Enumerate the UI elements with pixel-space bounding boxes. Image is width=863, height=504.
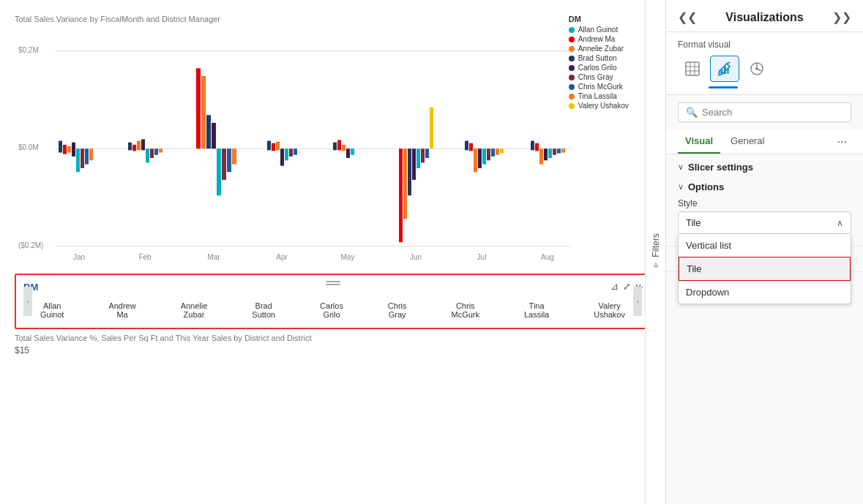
search-box[interactable]: 🔍 bbox=[678, 102, 851, 122]
svg-rect-49 bbox=[430, 108, 433, 149]
legend-label-tina: Tina Lassila bbox=[578, 92, 617, 100]
legend-dot-annelie bbox=[569, 46, 575, 52]
search-input[interactable] bbox=[702, 107, 843, 118]
svg-rect-57 bbox=[496, 148, 499, 155]
format-icon-table[interactable] bbox=[678, 56, 707, 82]
slicer-header: DM ∨ bbox=[23, 281, 642, 293]
slicer-item-carlos[interactable]: CarlosGrilo bbox=[315, 298, 348, 322]
svg-text:Mar: Mar bbox=[207, 252, 220, 260]
slicer-item-valery[interactable]: ValeryUshakov bbox=[589, 298, 629, 322]
svg-rect-27 bbox=[222, 148, 226, 180]
legend-item: Tina Lassila bbox=[569, 92, 629, 100]
legend-item: Valery Ushakov bbox=[569, 102, 629, 110]
svg-rect-66 bbox=[561, 148, 565, 152]
format-icon-analytics[interactable] bbox=[742, 56, 772, 82]
slicer-settings-header[interactable]: ∨ Slicer settings bbox=[666, 154, 863, 177]
svg-rect-28 bbox=[227, 148, 231, 172]
slicer-item-brad[interactable]: BradSutton bbox=[247, 298, 280, 322]
svg-rect-10 bbox=[76, 148, 80, 172]
tab-more-button[interactable]: ··· bbox=[833, 132, 851, 151]
svg-rect-51 bbox=[469, 143, 473, 151]
svg-rect-81 bbox=[721, 69, 723, 74]
format-icon-paint[interactable] bbox=[710, 56, 739, 82]
slicer-settings-title: Slicer settings bbox=[688, 162, 753, 173]
style-dropdown-list: Vertical list Tile Dropdown bbox=[678, 234, 851, 304]
filters-label[interactable]: ▿ Filters bbox=[651, 233, 661, 271]
slicer-item-annelie[interactable]: AnnelieZubar bbox=[176, 298, 212, 322]
style-dropdown-button[interactable]: Tile ∧ bbox=[678, 211, 851, 234]
dropdown-chevron-icon: ∧ bbox=[837, 218, 843, 228]
svg-rect-21 bbox=[159, 148, 162, 152]
svg-text:Jun: Jun bbox=[410, 252, 422, 260]
svg-rect-32 bbox=[276, 142, 280, 151]
filters-strip[interactable]: ▿ Filters bbox=[645, 0, 665, 504]
chevron-right-icon[interactable]: ❯❯ bbox=[832, 10, 851, 24]
svg-rect-24 bbox=[206, 115, 211, 148]
svg-rect-25 bbox=[212, 123, 216, 148]
legend-dot-chrisgray bbox=[569, 75, 575, 80]
slicer-scroll-right[interactable]: › bbox=[633, 287, 642, 316]
chevron-left-icon[interactable]: ❮❮ bbox=[678, 10, 697, 24]
svg-rect-31 bbox=[272, 143, 275, 151]
svg-rect-18 bbox=[146, 148, 149, 162]
svg-rect-16 bbox=[137, 141, 141, 151]
svg-rect-11 bbox=[81, 148, 84, 168]
legend-dot-tina bbox=[569, 94, 575, 99]
svg-text:Jan: Jan bbox=[73, 252, 85, 260]
slicer-box: ⊿ ⤢ ··· DM ∨ ‹ AllanGuinot AndrewMa Anne… bbox=[15, 274, 651, 329]
panel-header: ❮❮ Visualizations ❯❯ bbox=[666, 0, 863, 32]
options-chevron-icon: ∨ bbox=[678, 182, 684, 192]
slicer-item-andrew[interactable]: AndrewMa bbox=[104, 298, 140, 322]
legend-label-annelie: Annelie Zubar bbox=[578, 45, 624, 53]
style-dropdown-value: Tile bbox=[686, 217, 701, 228]
svg-rect-12 bbox=[85, 148, 89, 164]
bar-chart-svg: $0.2M $0.0M ($0.2M) bbox=[15, 29, 615, 263]
tab-visual[interactable]: Visual bbox=[678, 129, 720, 154]
svg-rect-6 bbox=[59, 141, 62, 153]
svg-rect-62 bbox=[544, 148, 548, 160]
legend-item: Annelie Zubar bbox=[569, 45, 629, 53]
dropdown-option-dropdown[interactable]: Dropdown bbox=[679, 281, 851, 304]
slicer-scroll-left[interactable]: ‹ bbox=[23, 287, 32, 316]
chart-title: Total Sales Variance by FiscalMonth and … bbox=[15, 15, 636, 23]
tab-general[interactable]: General bbox=[723, 129, 772, 154]
svg-rect-41 bbox=[351, 148, 354, 155]
chart-legend: DM Allan Guinot Andrew Ma Annelie Zubar … bbox=[569, 15, 629, 111]
slicer-item-chrisgray[interactable]: ChrisGray bbox=[384, 298, 411, 322]
active-tab-indicator bbox=[709, 86, 738, 89]
svg-text:$0.2M: $0.2M bbox=[18, 46, 39, 54]
legend-dot-carlos bbox=[569, 65, 575, 71]
svg-rect-53 bbox=[478, 148, 482, 168]
dropdown-option-tile[interactable]: Tile bbox=[679, 257, 851, 281]
legend-item: Chris Gray bbox=[569, 73, 629, 81]
table-icon bbox=[684, 61, 701, 77]
options-header[interactable]: ∨ Options bbox=[678, 177, 851, 198]
svg-rect-61 bbox=[539, 148, 543, 164]
svg-rect-34 bbox=[285, 148, 288, 160]
svg-rect-43 bbox=[403, 148, 407, 219]
filters-text: Filters bbox=[651, 233, 661, 257]
svg-rect-7 bbox=[63, 145, 67, 154]
svg-rect-82 bbox=[724, 67, 726, 74]
svg-rect-52 bbox=[474, 148, 477, 172]
svg-rect-30 bbox=[267, 141, 271, 151]
legend-dot-andrew bbox=[569, 37, 575, 42]
bottom-chart-y-label: $15 bbox=[15, 345, 312, 356]
svg-rect-20 bbox=[154, 148, 158, 155]
svg-rect-48 bbox=[425, 148, 429, 158]
legend-item: Brad Sutton bbox=[569, 54, 629, 62]
style-row: Style Tile ∧ Vertical list Tile Dropdown bbox=[678, 198, 851, 234]
options-section: ∨ Options Style Tile ∧ Vertical list Til… bbox=[666, 177, 863, 246]
legend-item: Andrew Ma bbox=[569, 35, 629, 43]
svg-rect-8 bbox=[67, 146, 71, 153]
svg-rect-9 bbox=[72, 143, 75, 157]
legend-dot-allan bbox=[569, 27, 575, 33]
slicer-item-chrismcgurk[interactable]: ChrisMcGurk bbox=[447, 298, 485, 322]
slicer-item-allan[interactable]: AllanGuinot bbox=[36, 298, 68, 322]
slicer-item-tina[interactable]: TinaLassila bbox=[520, 298, 553, 322]
panel-body: ∨ Slicer settings ∨ Options Style Tile ∧ bbox=[666, 154, 863, 504]
legend-label-valery: Valery Ushakov bbox=[578, 102, 629, 110]
dropdown-option-vertical[interactable]: Vertical list bbox=[679, 234, 851, 257]
svg-text:Feb: Feb bbox=[138, 252, 151, 260]
tabs-row: Visual General ··· bbox=[666, 129, 863, 154]
